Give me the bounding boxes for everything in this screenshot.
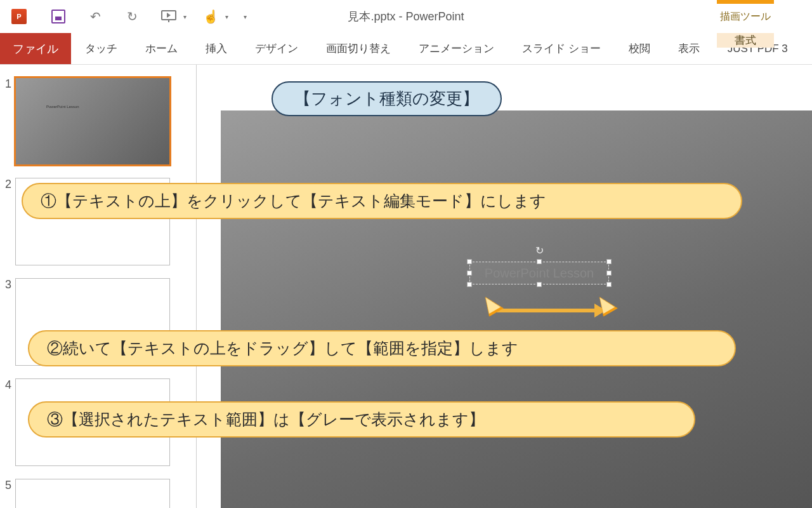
thumbnail-number: 4 xyxy=(0,378,15,392)
tab-review[interactable]: 校閲 xyxy=(615,33,664,64)
workspace: 1 PowerPoint Lesson 2 3 4 5 PowerPoint L… xyxy=(0,65,812,508)
annotation-step-2: ②続いて【テキストの上をドラッグ】して【範囲を指定】します xyxy=(28,330,736,366)
text-box-content[interactable]: PowerPoint Lesson xyxy=(485,266,594,281)
undo-button[interactable]: ↶ xyxy=(82,4,108,29)
start-slideshow-button[interactable] xyxy=(156,4,181,29)
tab-slideshow[interactable]: スライド ショー xyxy=(508,33,615,64)
quick-access-toolbar: P ↶ ↻ ▾ ☝ ▾ ▾ 見本.pptx - PowerPoint 描画ツール xyxy=(0,0,812,33)
save-icon xyxy=(51,10,65,23)
contextual-tab-group-label: 描画ツール xyxy=(717,4,774,23)
tab-home[interactable]: ホーム xyxy=(131,33,192,64)
tab-design[interactable]: デザイン xyxy=(241,33,312,64)
thumbnail-number: 5 xyxy=(0,479,15,492)
resize-handle[interactable] xyxy=(467,282,472,287)
thumbnail-slide-1[interactable]: PowerPoint Lesson xyxy=(15,77,170,165)
annotation-title: 【フォント種類の変更】 xyxy=(272,81,502,116)
resize-handle[interactable] xyxy=(467,271,472,276)
resize-handle[interactable] xyxy=(537,259,542,264)
save-button[interactable] xyxy=(46,4,71,29)
annotation-step-1: ①【テキストの上】をクリックして【テキスト編集モード】にします xyxy=(22,183,742,219)
tab-transition[interactable]: 画面切り替え xyxy=(312,33,405,64)
tab-animation[interactable]: アニメーション xyxy=(405,33,508,64)
redo-button[interactable]: ↻ xyxy=(119,4,145,29)
arrow-line xyxy=(497,309,598,312)
contextual-tab-group: 描画ツール xyxy=(717,0,774,33)
tab-view[interactable]: 表示 xyxy=(664,33,714,64)
slide-editor[interactable]: PowerPoint Lesson ↻ xyxy=(197,65,812,508)
thumbnail-row[interactable]: 1 PowerPoint Lesson xyxy=(0,77,196,165)
text-box[interactable]: PowerPoint Lesson ↻ xyxy=(469,262,609,284)
slide-canvas[interactable]: PowerPoint Lesson ↻ xyxy=(221,110,812,508)
tab-touch[interactable]: タッチ xyxy=(71,33,131,64)
tab-insert[interactable]: 挿入 xyxy=(192,33,241,64)
thumbnail-number: 1 xyxy=(0,77,15,91)
tab-file[interactable]: ファイル xyxy=(0,33,71,64)
resize-handle[interactable] xyxy=(606,259,612,264)
touch-dropdown-icon[interactable]: ▾ xyxy=(225,13,228,20)
thumbnail-number: 2 xyxy=(0,178,15,191)
cursor-icon xyxy=(594,292,618,317)
touch-mode-button[interactable]: ☝ xyxy=(198,4,223,29)
qat-customize-icon[interactable]: ▾ xyxy=(244,13,247,20)
ribbon-tabs: ファイル タッチ ホーム 挿入 デザイン 画面切り替え アニメーション スライド… xyxy=(0,33,812,65)
thumbnail-slide-5[interactable] xyxy=(15,479,170,508)
app-icon: P xyxy=(11,9,27,24)
slideshow-dropdown-icon[interactable]: ▾ xyxy=(183,13,187,20)
slideshow-icon xyxy=(161,10,176,23)
slide-thumbnail-panel[interactable]: 1 PowerPoint Lesson 2 3 4 5 xyxy=(0,65,197,508)
resize-handle[interactable] xyxy=(537,282,542,287)
cursor-icon xyxy=(480,292,504,317)
resize-handle[interactable] xyxy=(467,259,472,264)
tab-format[interactable]: 書式 xyxy=(717,33,774,48)
thumbnail-mini-text: PowerPoint Lesson xyxy=(46,105,79,109)
annotation-step-3: ③【選択されたテキスト範囲】は【グレーで表示されます】 xyxy=(28,401,695,438)
resize-handle[interactable] xyxy=(606,271,612,276)
drag-arrow-annotation xyxy=(490,301,605,320)
thumbnail-number: 3 xyxy=(0,278,15,291)
rotate-handle-icon[interactable]: ↻ xyxy=(535,244,544,257)
thumbnail-row[interactable]: 5 xyxy=(0,479,196,508)
resize-handle[interactable] xyxy=(606,282,612,287)
